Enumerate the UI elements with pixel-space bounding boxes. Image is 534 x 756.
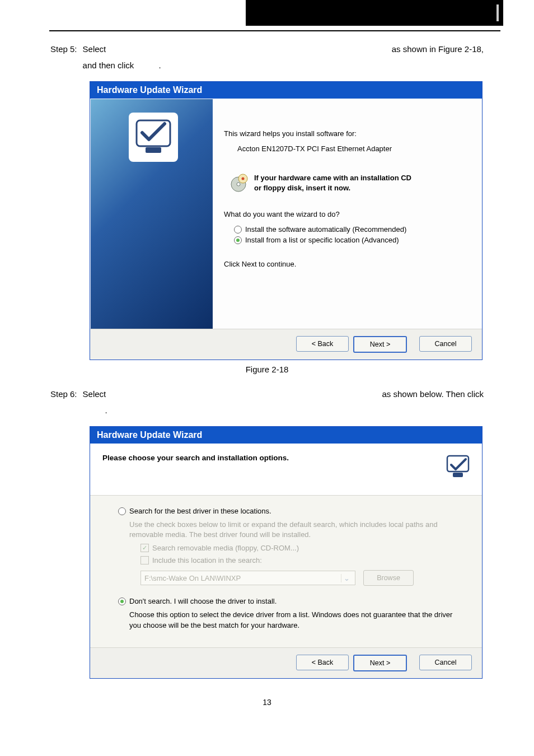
option-description: Use the check boxes below to limit or ex… bbox=[118, 516, 462, 540]
radio-dont-search[interactable]: Don't search. I will choose the driver t… bbox=[118, 596, 462, 606]
step-5: Step 5: Select as shown in Figure 2-18, … bbox=[50, 41, 484, 73]
back-button[interactable]: < Back bbox=[296, 336, 349, 352]
radio-label: Search for the best driver in these loca… bbox=[129, 507, 271, 515]
wizard-dialog-1: Hardware Update Wizard This wizard helps… bbox=[90, 81, 483, 360]
next-button[interactable]: Next > bbox=[353, 655, 407, 671]
wizard-device-name: Accton EN1207D-TX PCI Fast Ethernet Adap… bbox=[224, 138, 465, 153]
wizard-next-hint: Click Next to continue. bbox=[224, 260, 465, 268]
step-text: . bbox=[83, 405, 107, 415]
next-button[interactable]: Next > bbox=[353, 336, 407, 353]
radio-icon bbox=[118, 598, 126, 605]
option-description: Choose this option to select the device … bbox=[118, 606, 462, 630]
step-text: as shown in Figure 2-18, bbox=[392, 41, 484, 58]
radio-install-auto[interactable]: Install the software automatically (Reco… bbox=[224, 224, 465, 235]
location-combo: F:\smc-Wake On LAN\WINXP ⌄ bbox=[140, 571, 355, 585]
step-text: . bbox=[136, 60, 161, 70]
header-rule bbox=[49, 30, 500, 31]
checkbox-label: Search removable media (floppy, CD-ROM..… bbox=[152, 544, 299, 552]
combo-value: F:\smc-Wake On LAN\WINXP bbox=[144, 574, 241, 582]
step-text: Select bbox=[83, 386, 106, 403]
radio-icon bbox=[234, 226, 242, 234]
wizard-prompt: What do you want the wizard to do? bbox=[224, 210, 465, 218]
radio-label: Install from a list or specific location… bbox=[245, 236, 399, 244]
page-number: 13 bbox=[50, 683, 484, 707]
cd-hint: If your hardware came with an installati… bbox=[254, 173, 411, 193]
checkbox-include-location: Include this location in the search: bbox=[118, 552, 462, 564]
chevron-down-icon: ⌄ bbox=[341, 574, 352, 582]
dialog-title: Hardware Update Wizard bbox=[90, 427, 482, 444]
checkbox-icon bbox=[140, 544, 149, 552]
radio-install-from-list[interactable]: Install from a list or specific location… bbox=[224, 235, 465, 245]
svg-point-5 bbox=[242, 178, 245, 180]
radio-icon bbox=[234, 236, 242, 244]
dialog-title: Hardware Update Wizard bbox=[90, 82, 482, 99]
checkbox-icon bbox=[140, 556, 149, 564]
step-text: Select bbox=[83, 41, 106, 58]
step-number: Step 5: bbox=[50, 41, 83, 73]
checkbox-label: Include this location in the search: bbox=[152, 556, 262, 564]
svg-rect-1 bbox=[146, 147, 161, 153]
step-6: Step 6: Select as shown below. Then clic… bbox=[50, 386, 484, 418]
back-button[interactable]: < Back bbox=[296, 655, 349, 670]
step-text: and then click bbox=[83, 60, 134, 70]
dialog-subtitle: Please choose your search and installati… bbox=[102, 451, 289, 462]
figure-caption: Figure 2-18 bbox=[50, 365, 484, 374]
svg-point-3 bbox=[237, 183, 240, 186]
step-text: as shown below. Then click bbox=[382, 386, 484, 403]
cd-icon bbox=[228, 173, 249, 193]
radio-search-best[interactable]: Search for the best driver in these loca… bbox=[118, 506, 462, 516]
monitor-icon bbox=[443, 451, 473, 482]
checkbox-removable-media: Search removable media (floppy, CD-ROM..… bbox=[118, 540, 462, 552]
radio-label: Don't search. I will choose the driver t… bbox=[129, 597, 277, 605]
cancel-button[interactable]: Cancel bbox=[419, 336, 472, 352]
wizard-dialog-2: Hardware Update Wizard Please choose you… bbox=[90, 426, 483, 679]
dialog-sidebar-image bbox=[91, 99, 213, 329]
monitor-icon bbox=[129, 113, 178, 162]
browse-button: Browse bbox=[363, 570, 414, 586]
header-redaction bbox=[246, 0, 503, 26]
wizard-intro: This wizard helps you install software f… bbox=[224, 129, 465, 138]
radio-label: Install the software automatically (Reco… bbox=[245, 225, 406, 234]
radio-icon bbox=[118, 507, 126, 515]
cancel-button[interactable]: Cancel bbox=[419, 655, 472, 670]
svg-rect-7 bbox=[453, 473, 463, 477]
step-number: Step 6: bbox=[50, 386, 83, 418]
